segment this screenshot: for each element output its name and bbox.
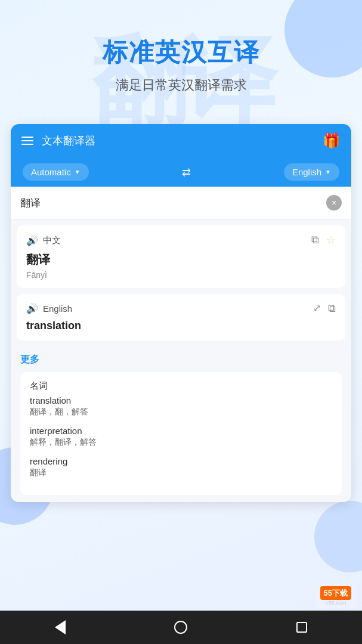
recents-button[interactable] (290, 615, 314, 639)
bottom-nav (0, 611, 362, 644)
chinese-speaker-icon[interactable]: 🔊 (26, 235, 38, 246)
input-text[interactable]: 翻译 (20, 196, 326, 210)
english-result-card: 🔊 English ⤢ ⧉ translation (17, 294, 345, 340)
target-lang-label: English (292, 167, 321, 177)
dict-entry: translation 翻译，翻，解答 (30, 395, 332, 417)
watermark-badge: 55下载 (320, 586, 351, 600)
watermark-site: 55下载 (324, 589, 348, 597)
english-speaker-icon[interactable]: 🔊 (26, 303, 38, 314)
star-chinese-button[interactable]: ☆ (326, 234, 336, 247)
english-lang-label: English (43, 304, 72, 314)
pos-label: 名词 (30, 380, 332, 392)
chinese-lang-label: 中文 (43, 235, 61, 246)
english-lang-row: 🔊 English (26, 303, 72, 314)
hero-section: 标准英汉互译 满足日常英汉翻译需求 (0, 0, 362, 112)
hero-title: 标准英汉互译 (12, 36, 350, 69)
dict-definition: 解释，翻译，解答 (30, 437, 332, 448)
header-left: 文本翻译器 (21, 134, 95, 148)
chinese-result-card: 🔊 中文 ⧉ ☆ 翻译 Fānyì (17, 225, 345, 288)
chinese-result-header: 🔊 中文 ⧉ ☆ (26, 234, 336, 247)
more-section: 更多 名词 translation 翻译，翻，解答 interpretation… (11, 346, 351, 502)
dict-definition: 翻译 (30, 467, 332, 478)
chinese-lang-row: 🔊 中文 (26, 235, 61, 246)
hero-subtitle: 满足日常英汉翻译需求 (12, 76, 350, 94)
app-card: 文本翻译器 🎁 Automatic ▼ ⇄ English ▼ 翻译 × 🔊 中… (11, 124, 351, 502)
menu-button[interactable] (21, 137, 33, 145)
more-card: 名词 translation 翻译，翻，解答 interpretation 解释… (20, 372, 342, 495)
language-bar: Automatic ▼ ⇄ English ▼ (11, 157, 351, 187)
dict-word: translation (30, 395, 332, 405)
back-icon (55, 620, 66, 634)
clear-icon: × (332, 198, 336, 208)
copy-english-button[interactable]: ⧉ (328, 302, 336, 315)
dict-definition: 翻译，翻，解答 (30, 407, 332, 417)
back-button[interactable] (48, 615, 72, 639)
app-header: 文本翻译器 🎁 (11, 124, 351, 157)
bg-circle-bottom-right (314, 501, 362, 572)
chinese-result-text: 翻译 (26, 252, 336, 268)
clear-button[interactable]: × (326, 195, 342, 210)
dict-word: interpretation (30, 426, 332, 436)
english-result-header: 🔊 English ⤢ ⧉ (26, 302, 336, 315)
target-language-button[interactable]: English ▼ (284, 163, 339, 181)
chinese-actions: ⧉ ☆ (311, 234, 336, 247)
recents-icon (296, 622, 307, 633)
english-actions: ⤢ ⧉ (313, 302, 336, 315)
source-language-button[interactable]: Automatic ▼ (23, 163, 89, 181)
watermark: 55下载 rr55.com (315, 584, 356, 608)
source-lang-arrow: ▼ (75, 169, 81, 175)
dict-word: rendering (30, 456, 332, 466)
target-lang-arrow: ▼ (325, 169, 331, 175)
chinese-pinyin: Fānyì (26, 270, 336, 280)
copy-chinese-button[interactable]: ⧉ (311, 234, 319, 247)
source-lang-label: Automatic (31, 167, 71, 177)
input-area: 翻译 × (11, 187, 351, 219)
gift-icon[interactable]: 🎁 (323, 132, 341, 149)
more-label: 更多 (20, 354, 342, 366)
home-button[interactable] (169, 615, 193, 639)
dict-entry: rendering 翻译 (30, 456, 332, 478)
watermark-url: rr55.com (320, 600, 351, 606)
dictionary-entries: translation 翻译，翻，解答 interpretation 解释，翻译… (30, 395, 332, 478)
dict-entry: interpretation 解释，翻译，解答 (30, 426, 332, 448)
home-icon (174, 621, 187, 634)
swap-languages-button[interactable]: ⇄ (182, 166, 191, 179)
english-result-text: translation (26, 320, 336, 332)
app-title: 文本翻译器 (42, 134, 95, 148)
external-link-button[interactable]: ⤢ (313, 302, 321, 315)
